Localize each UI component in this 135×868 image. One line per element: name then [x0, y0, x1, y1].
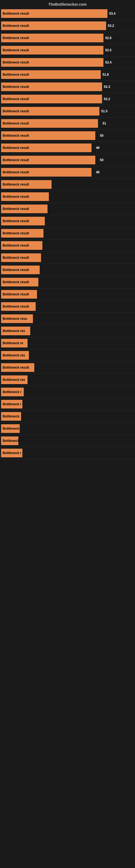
bar-label: Bottleneck result: [3, 231, 29, 235]
bar-wrapper: Bottleneck result: [1, 205, 134, 213]
bar-fill: Bottleneck result52.4: [1, 58, 103, 67]
bar-fill: Bottleneck result50: [1, 131, 95, 140]
bar-value: 51.8: [103, 73, 109, 76]
bar-fill: Bottleneck result: [1, 363, 34, 372]
bar-wrapper: Bottleneck: [1, 424, 134, 433]
bar-label: Bottleneck result: [3, 48, 29, 52]
bar-wrapper: Bottleneck r: [1, 400, 134, 408]
bar-wrapper: Bottleneck result52.6: [1, 34, 134, 42]
bar-row: Bottleneck result52.6: [0, 32, 135, 44]
bar-fill: Bottleneck result: [1, 205, 48, 213]
bar-fill: Bottleneck result52.3: [1, 83, 102, 91]
bar-wrapper: Bottleneck result: [1, 363, 134, 372]
bar-label: Bottleneck result: [3, 207, 29, 211]
bar-label: Bottleneck result: [3, 12, 29, 16]
bar-label: Bottleneck result: [3, 292, 29, 296]
bar-label: Bottleneck: [3, 439, 19, 443]
bar-label: Bottleneck res: [3, 378, 25, 382]
bar-label: Bottleneck result: [3, 134, 29, 137]
bar-row: Bottleneck result: [0, 264, 135, 276]
bar-value: 49: [96, 146, 99, 150]
bar-label: Bottleneck resu: [3, 317, 27, 321]
bar-row: Bottleneck result: [0, 240, 135, 252]
bar-wrapper: Bottleneck result51: [1, 119, 134, 128]
site-title: TheBottlenecker.com: [48, 2, 87, 6]
bar-label: Bottleneck result: [3, 36, 29, 40]
bar-fill: Bottleneck result: [1, 290, 37, 299]
bar-wrapper: Bottleneck result: [1, 229, 134, 238]
bar-row: Bottleneck result: [0, 301, 135, 313]
bar-wrapper: Bottleneck result: [1, 278, 134, 286]
bar-row: Bottleneck result: [0, 227, 135, 240]
bar-label: Bottleneck result: [3, 366, 29, 369]
bar-row: Bottleneck res: [0, 325, 135, 337]
bar-fill: Bottleneck result51.5: [1, 107, 99, 116]
bar-row: Bottleneck: [0, 435, 135, 447]
bar-label: Bottleneck r: [3, 451, 21, 455]
bar-wrapper: Bottleneck re: [1, 339, 134, 347]
bar-row: Bottleneck r: [0, 447, 135, 459]
bar-label: Bottleneck result: [3, 195, 29, 198]
bar-wrapper: Bottleneck res: [1, 327, 134, 335]
bar-label: Bottleneck result: [3, 244, 29, 247]
bar-wrapper: Bottleneck: [1, 412, 134, 421]
bar-label: Bottleneck result: [3, 85, 29, 89]
bar-label: Bottleneck result: [3, 61, 29, 64]
bar-wrapper: Bottleneck res: [1, 351, 134, 360]
bar-fill: Bottleneck result: [1, 229, 43, 238]
bar-value: 51: [103, 122, 106, 125]
bar-label: Bottleneck result: [3, 97, 29, 101]
bar-row: Bottleneck result51.5: [0, 105, 135, 118]
bar-wrapper: Bottleneck: [1, 436, 134, 445]
bar-row: Bottleneck result51.8: [0, 69, 135, 81]
bar-wrapper: Bottleneck result: [1, 217, 134, 225]
bar-row: Bottleneck result: [0, 362, 135, 374]
bar-wrapper: Bottleneck result: [1, 241, 134, 250]
bar-value: 53.4: [109, 12, 115, 16]
bar-label: Bottleneck result: [3, 158, 29, 162]
bar-row: Bottleneck res: [0, 349, 135, 362]
bar-label: Bottleneck result: [3, 146, 29, 150]
bar-row: Bottleneck res: [0, 374, 135, 386]
bar-wrapper: Bottleneck result52.3: [1, 83, 134, 91]
bar-label: Bottleneck result: [3, 305, 29, 308]
bar-wrapper: Bottleneck result53.2: [1, 22, 134, 30]
bar-value: 50: [100, 134, 103, 137]
bar-fill: Bottleneck result: [1, 192, 49, 201]
bar-row: Bottleneck result52.2: [0, 93, 135, 105]
bar-row: Bottleneck result: [0, 276, 135, 288]
bar-row: Bottleneck result50: [0, 130, 135, 142]
bar-label: Bottleneck: [3, 427, 19, 431]
bar-row: Bottleneck result: [0, 203, 135, 215]
bar-row: Bottleneck result: [0, 252, 135, 264]
bar-wrapper: Bottleneck r: [1, 388, 134, 396]
bar-fill: Bottleneck r: [1, 400, 22, 408]
bar-value: 51.5: [101, 109, 107, 113]
bar-label: Bottleneck result: [3, 109, 29, 113]
bar-label: Bottleneck res: [3, 353, 25, 357]
bar-row: Bottleneck result52.5: [0, 44, 135, 56]
bar-fill: Bottleneck: [1, 424, 20, 433]
bar-value: 49: [96, 170, 99, 174]
bar-value: 52.4: [105, 61, 111, 64]
bar-wrapper: Bottleneck resu: [1, 314, 134, 323]
bar-value: 52.6: [105, 36, 111, 40]
bar-row: Bottleneck result: [0, 288, 135, 301]
bar-row: Bottleneck result51: [0, 118, 135, 130]
bar-row: Bottleneck re: [0, 337, 135, 349]
bar-fill: Bottleneck result: [1, 241, 42, 250]
bar-wrapper: Bottleneck result52.5: [1, 46, 134, 55]
bar-row: Bottleneck result50: [0, 154, 135, 166]
bar-label: Bottleneck re: [3, 341, 23, 345]
bar-label: Bottleneck result: [3, 73, 29, 76]
bar-label: Bottleneck r: [3, 402, 21, 406]
bar-fill: Bottleneck re: [1, 339, 28, 347]
bar-label: Bottleneck result: [3, 24, 29, 28]
bar-value: 52.5: [105, 48, 111, 52]
bar-wrapper: Bottleneck r: [1, 448, 134, 457]
bar-label: Bottleneck: [3, 414, 19, 418]
bar-fill: Bottleneck result52.2: [1, 95, 102, 103]
bar-wrapper: Bottleneck result: [1, 290, 134, 299]
bar-wrapper: Bottleneck res: [1, 375, 134, 384]
bar-label: Bottleneck result: [3, 219, 29, 223]
